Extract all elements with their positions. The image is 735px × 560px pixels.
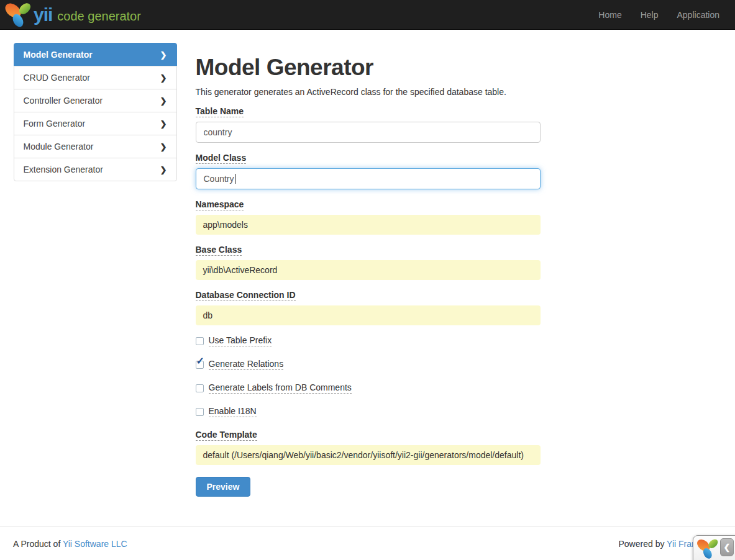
- sidebar-item-crud-generator[interactable]: CRUD Generator ❯: [14, 66, 177, 89]
- generate-relations-checkbox[interactable]: ✓: [196, 361, 204, 369]
- model-class-value: Country: [204, 174, 234, 184]
- chevron-right-icon: ❯: [160, 73, 167, 83]
- page-description: This generator generates an ActiveRecord…: [196, 87, 722, 97]
- sidebar-item-model-generator[interactable]: Model Generator ❯: [14, 43, 177, 66]
- checkbox-enable-i18n: Enable I18N: [196, 406, 541, 417]
- yii-flower-icon: [696, 538, 718, 560]
- navbar-menu: Home Help Application: [589, 1, 729, 29]
- sidebar-item-label: Controller Generator: [24, 96, 103, 106]
- code-template-sticky-value[interactable]: default (/Users/qiang/Web/yii/basic2/ven…: [196, 445, 541, 465]
- namespace-sticky-value[interactable]: app\models: [196, 215, 541, 235]
- chevron-right-icon: ❯: [160, 50, 167, 60]
- field-namespace: Namespace app\models: [196, 199, 541, 235]
- field-base-class: Base Class yii\db\ActiveRecord: [196, 245, 541, 280]
- page-title: Model Generator: [196, 55, 722, 81]
- checkbox-generate-labels: Generate Labels from DB Comments: [196, 382, 541, 394]
- use-table-prefix-label[interactable]: Use Table Prefix: [209, 335, 272, 346]
- sidebar-item-form-generator[interactable]: Form Generator ❯: [14, 112, 177, 135]
- table-name-input[interactable]: [196, 122, 541, 143]
- chevron-right-icon: ❯: [160, 119, 167, 129]
- page-footer: A Product of Yii Software LLC Powered by…: [0, 526, 735, 560]
- sidebar-item-label: Extension Generator: [24, 165, 103, 174]
- enable-i18n-label[interactable]: Enable I18N: [209, 406, 257, 417]
- enable-i18n-checkbox[interactable]: [196, 408, 204, 416]
- yii-software-link[interactable]: Yii Software LLC: [63, 539, 127, 549]
- generate-labels-label[interactable]: Generate Labels from DB Comments: [209, 382, 352, 394]
- sidebar-item-controller-generator[interactable]: Controller Generator ❯: [14, 89, 177, 112]
- chevron-right-icon: ❯: [160, 142, 167, 151]
- nav-link-home[interactable]: Home: [589, 1, 631, 29]
- text-cursor: [235, 174, 235, 184]
- main-panel: Model Generator This generator generates…: [196, 43, 722, 497]
- sidebar-item-label: CRUD Generator: [24, 73, 90, 83]
- content-container: Model Generator ❯ CRUD Generator ❯ Contr…: [4, 30, 731, 497]
- brand-link[interactable]: yii code generator: [4, 2, 141, 28]
- field-table-name: Table Name: [196, 106, 541, 143]
- footer-left-text: A Product of: [13, 539, 60, 549]
- nav-link-application[interactable]: Application: [668, 1, 729, 29]
- field-code-template: Code Template default (/Users/qiang/Web/…: [196, 430, 541, 465]
- model-generator-form: Table Name Model Class Country Namespace…: [196, 106, 541, 497]
- chevron-right-icon: ❯: [160, 96, 167, 106]
- model-class-input[interactable]: Country: [196, 168, 541, 189]
- code-template-label: Code Template: [196, 430, 257, 441]
- generate-labels-checkbox[interactable]: [196, 384, 204, 392]
- table-name-label: Table Name: [196, 106, 244, 117]
- generator-sidebar: Model Generator ❯ CRUD Generator ❯ Contr…: [14, 43, 177, 497]
- footer-left: A Product of Yii Software LLC: [13, 539, 127, 549]
- brand-title: yii: [34, 6, 52, 24]
- base-class-label: Base Class: [196, 245, 242, 256]
- check-icon: ✓: [196, 356, 204, 366]
- use-table-prefix-checkbox[interactable]: [196, 337, 204, 345]
- model-class-label: Model Class: [196, 153, 247, 164]
- checkbox-use-table-prefix: Use Table Prefix: [196, 335, 541, 346]
- sidebar-item-label: Model Generator: [24, 50, 93, 60]
- sidebar-item-module-generator[interactable]: Module Generator ❯: [14, 135, 177, 158]
- nav-link-help[interactable]: Help: [631, 1, 668, 29]
- sidebar-item-label: Form Generator: [24, 119, 86, 129]
- sidebar-item-extension-generator[interactable]: Extension Generator ❯: [14, 158, 177, 181]
- db-connection-label: Database Connection ID: [196, 290, 296, 301]
- footer-right-text: Powered by: [618, 539, 664, 549]
- field-model-class: Model Class Country: [196, 153, 541, 189]
- sidebar-item-label: Module Generator: [24, 142, 94, 151]
- namespace-label: Namespace: [196, 199, 244, 210]
- browser-extension-widget: ❮: [693, 535, 735, 560]
- chevron-right-icon: ❯: [160, 165, 167, 174]
- top-navbar: yii code generator Home Help Application: [0, 0, 735, 30]
- db-connection-sticky-value[interactable]: db: [196, 305, 541, 325]
- preview-button[interactable]: Preview: [196, 477, 251, 497]
- widget-collapse-button[interactable]: ❮: [720, 538, 734, 556]
- generate-relations-label[interactable]: Generate Relations: [209, 359, 284, 370]
- yii-logo-icon: [4, 2, 31, 28]
- field-db-connection: Database Connection ID db: [196, 290, 541, 325]
- checkbox-generate-relations: ✓ Generate Relations: [196, 359, 541, 370]
- base-class-sticky-value[interactable]: yii\db\ActiveRecord: [196, 260, 541, 280]
- brand-subtitle: code generator: [57, 10, 141, 22]
